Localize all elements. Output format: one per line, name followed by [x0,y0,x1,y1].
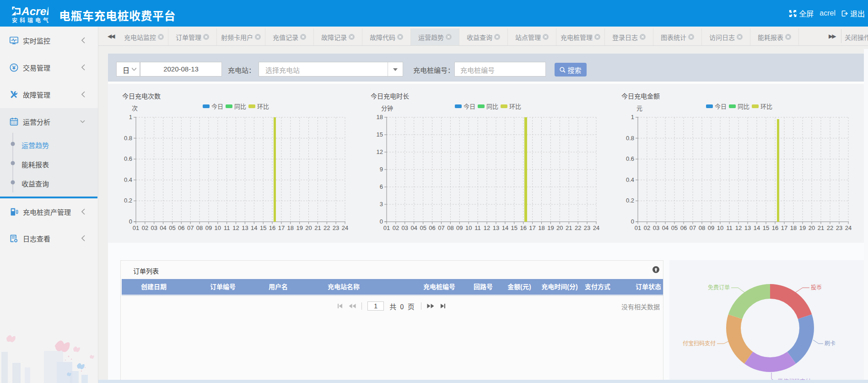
svg-text:0: 0 [380,218,383,225]
svg-text:04: 04 [410,224,417,231]
svg-text:23: 23 [584,224,590,231]
svg-text:今日充电次数: 今日充电次数 [122,91,161,100]
svg-text:环比: 环比 [760,102,772,110]
svg-text:01: 01 [133,224,139,231]
svg-text:1: 1 [129,114,132,120]
svg-text:0.2: 0.2 [626,197,634,204]
svg-text:元: 元 [636,104,642,112]
svg-text:同比: 同比 [486,102,498,110]
svg-text:刷卡: 刷卡 [825,339,836,347]
svg-text:18: 18 [790,224,797,231]
svg-text:9: 9 [380,166,383,173]
svg-text:11: 11 [224,224,230,231]
svg-text:10: 10 [717,224,723,231]
svg-text:今日充电金额: 今日充电金额 [621,91,660,100]
svg-text:13: 13 [744,224,751,231]
svg-text:01: 01 [635,224,641,231]
svg-text:分钟: 分钟 [381,104,393,112]
svg-text:0.6: 0.6 [626,155,634,162]
svg-text:05: 05 [169,224,175,231]
svg-text:10: 10 [465,224,472,231]
svg-text:08: 08 [447,224,453,231]
svg-text:17: 17 [278,224,285,231]
svg-text:17: 17 [781,224,787,231]
svg-text:12: 12 [232,224,239,231]
svg-text:19: 19 [547,224,554,231]
svg-text:15: 15 [511,224,518,231]
svg-text:同比: 同比 [738,102,749,110]
svg-text:同比: 同比 [234,102,246,110]
svg-text:24: 24 [845,224,852,231]
svg-text:24: 24 [342,224,348,231]
svg-text:23: 23 [333,224,339,231]
svg-text:0.4: 0.4 [626,176,634,183]
svg-text:02: 02 [393,224,399,231]
svg-text:24: 24 [593,224,599,231]
svg-text:23: 23 [836,224,842,231]
svg-text:14: 14 [754,224,760,231]
svg-text:03: 03 [653,224,659,231]
svg-text:11: 11 [726,224,733,231]
svg-text:16: 16 [772,224,778,231]
svg-text:22: 22 [827,224,833,231]
svg-text:05: 05 [420,224,426,231]
svg-text:3: 3 [380,201,383,208]
svg-text:投币: 投币 [811,283,822,291]
svg-text:14: 14 [251,224,257,231]
svg-text:0: 0 [129,218,132,225]
svg-text:21: 21 [314,224,321,231]
svg-text:19: 19 [296,224,302,231]
svg-text:06: 06 [680,224,687,231]
svg-text:18: 18 [538,224,545,231]
svg-text:环比: 环比 [509,102,521,110]
svg-text:0: 0 [631,218,634,225]
svg-text:02: 02 [142,224,148,231]
svg-text:15: 15 [763,224,769,231]
svg-text:0.8: 0.8 [626,135,634,142]
svg-text:22: 22 [575,224,581,231]
svg-text:04: 04 [662,224,669,231]
svg-text:0.6: 0.6 [124,155,132,162]
svg-text:16: 16 [520,224,526,231]
svg-text:13: 13 [242,224,248,231]
svg-text:09: 09 [205,224,212,231]
svg-text:08: 08 [196,224,203,231]
svg-text:今日充电时长: 今日充电时长 [371,91,409,100]
svg-text:今日: 今日 [464,102,475,110]
svg-text:15: 15 [377,131,383,138]
svg-text:免费订单: 免费订单 [708,283,730,291]
svg-text:02: 02 [644,224,650,231]
svg-text:21: 21 [566,224,572,231]
svg-text:次: 次 [132,104,138,112]
svg-text:1: 1 [631,114,634,120]
svg-text:04: 04 [160,224,166,231]
svg-text:13: 13 [493,224,499,231]
svg-text:07: 07 [438,224,444,231]
svg-text:17: 17 [529,224,535,231]
svg-text:06: 06 [429,224,435,231]
svg-text:08: 08 [699,224,705,231]
svg-text:付宝扫码支付: 付宝扫码支付 [683,339,716,347]
svg-text:0.2: 0.2 [124,197,132,204]
svg-text:19: 19 [799,224,806,231]
svg-text:12: 12 [484,224,490,231]
svg-text:6: 6 [380,183,383,190]
svg-text:10: 10 [215,224,221,231]
svg-text:03: 03 [151,224,157,231]
svg-text:07: 07 [690,224,696,231]
svg-text:18: 18 [287,224,294,231]
svg-text:06: 06 [178,224,184,231]
svg-text:20: 20 [305,224,312,231]
svg-text:01: 01 [383,224,390,231]
svg-text:今日: 今日 [715,102,727,110]
svg-text:0.4: 0.4 [124,176,132,183]
svg-text:11: 11 [474,224,481,231]
svg-text:今日: 今日 [211,102,223,110]
svg-text:16: 16 [269,224,275,231]
svg-text:09: 09 [456,224,463,231]
svg-text:21: 21 [818,224,824,231]
svg-text:12: 12 [377,148,383,155]
svg-text:05: 05 [671,224,678,231]
svg-text:20: 20 [556,224,563,231]
svg-text:09: 09 [708,224,714,231]
